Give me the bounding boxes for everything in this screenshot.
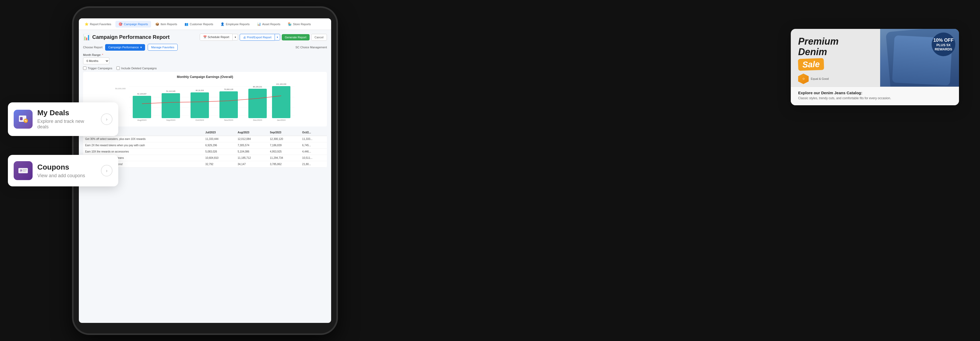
chart-area: 50,000,000 62,134,837 51,110,345 xyxy=(86,81,324,124)
svg-rect-31 xyxy=(22,171,26,171)
svg-text:Jan/2024: Jan/2024 xyxy=(277,119,286,121)
row-oct: 21,80... xyxy=(300,161,327,168)
deals-icon-box: % xyxy=(14,110,33,128)
deals-card-title: My Deals xyxy=(37,109,96,117)
row-name: Get 30% off select sweaters, plus earn 1… xyxy=(83,136,203,142)
row-name: Earn 2X the reward tokens when you pay w… xyxy=(83,142,203,149)
deals-icon: % xyxy=(18,113,29,125)
svg-text:Dec/2023: Dec/2023 xyxy=(253,119,262,121)
row-aug: 5,104,086 xyxy=(235,149,268,155)
tab-campaign-reports[interactable]: 🎯 Campaign Reports xyxy=(115,21,151,28)
month-range-label: Month Range: * xyxy=(83,53,327,56)
generate-report-button[interactable]: Generate Report xyxy=(282,34,310,40)
svg-text:101,100,200: 101,100,200 xyxy=(276,83,286,85)
logo-text: Equal & Good xyxy=(811,77,829,81)
store-reports-icon: 🏪 xyxy=(288,22,292,26)
coupons-card-title: Coupons xyxy=(37,163,96,171)
employee-reports-icon: 👤 xyxy=(221,22,224,26)
discount-badge: 10% OFF PLUS 5X REWARDS xyxy=(932,33,955,56)
table-row: Get 30% off select sweaters, plus earn 1… xyxy=(83,136,327,142)
svg-text:Sep/2023: Sep/2023 xyxy=(166,119,175,121)
svg-rect-13 xyxy=(248,89,267,118)
row-sep: 7,186,839 xyxy=(268,142,300,149)
sale-badge: Sale xyxy=(798,58,824,71)
row-sep: 11,294,734 xyxy=(268,155,300,161)
row-aug: 11,185,712 xyxy=(235,155,268,161)
schedule-report-button[interactable]: 📅 Schedule Report xyxy=(200,33,232,41)
schedule-report-caret[interactable]: ▾ xyxy=(232,34,238,40)
report-header: 📊 Campaign Performance Report 📅 Schedule… xyxy=(83,33,327,41)
coupons-card-arrow[interactable]: › xyxy=(101,165,113,176)
table-row: 10% off and 5X rewards on jeans 10,604,8… xyxy=(83,155,327,161)
choose-report-label: Choose Report xyxy=(83,46,102,49)
print-export-button[interactable]: 🖨 Print/Export Report xyxy=(240,34,275,41)
row-jul: 6,929,296 xyxy=(203,142,235,149)
tab-store-reports[interactable]: 🏪 Store Reports xyxy=(285,21,314,28)
svg-rect-5 xyxy=(133,96,151,118)
ad-text-area: Premium Denim Sale ⬡ Equal & Good xyxy=(798,36,951,84)
row-oct: 6,745... xyxy=(300,142,327,149)
month-range-row: Month Range: * 1 Month 3 Months 6 Months… xyxy=(83,53,327,64)
header-actions: 📅 Schedule Report ▾ 🖨 Print/Export Repor… xyxy=(200,33,327,41)
svg-text:%: % xyxy=(20,170,22,172)
print-export-split: 🖨 Print/Export Report ▾ xyxy=(240,34,280,41)
tab-report-favorites[interactable]: ⭐ Report Favorites xyxy=(81,21,114,28)
controls-row: Choose Report Campaign Performance ▾ Man… xyxy=(83,44,327,51)
row-oct: 10,511... xyxy=(300,155,327,161)
table-row: Reusable Bag 50 FREE Tokens! 32,792 34,1… xyxy=(83,161,327,168)
premium-denim-text: Premium Denim xyxy=(798,36,951,57)
row-jul: 32,792 xyxy=(203,161,235,168)
deals-card-arrow[interactable]: › xyxy=(101,113,113,125)
logo-hex: ⬡ xyxy=(798,73,809,84)
dropdown-arrow-icon: ▾ xyxy=(140,46,142,49)
month-range-select[interactable]: 1 Month 3 Months 6 Months 12 Months xyxy=(83,57,109,64)
report-favorites-icon: ⭐ xyxy=(84,22,89,26)
row-jul: 11,333,444 xyxy=(203,136,235,142)
svg-text:Nov/2023: Nov/2023 xyxy=(224,119,233,121)
coupons-icon-box: % xyxy=(14,161,33,180)
my-deals-card: % My Deals Explore and track new deals › xyxy=(8,102,118,136)
campaign-reports-icon: 🎯 xyxy=(119,22,123,26)
trigger-campaigns-checkbox[interactable]: Trigger Campaigns xyxy=(83,67,112,70)
row-sep: 4,953,925 xyxy=(268,149,300,155)
print-export-caret[interactable]: ▾ xyxy=(275,34,280,40)
manage-favorites-button[interactable]: Manage Favorites xyxy=(148,44,178,51)
checkboxes-row: Trigger Campaigns Include Deleted Campai… xyxy=(83,67,327,70)
ad-card-top: 10% OFF PLUS 5X REWARDS Premium Denim Sa… xyxy=(791,29,959,87)
chart-title: Monthly Campaign Earnings (Overall) xyxy=(86,75,324,79)
row-oct: 4,446... xyxy=(300,149,327,155)
row-sep: 3,785,862 xyxy=(268,161,300,168)
col-sep: Sep/2023 xyxy=(268,129,300,136)
tab-employee-reports[interactable]: 👤 Employee Reports xyxy=(217,21,253,28)
report-title-text: Campaign Performance Report xyxy=(92,34,170,40)
choose-report-dropdown[interactable]: Campaign Performance ▾ xyxy=(105,44,145,51)
tab-item-reports[interactable]: 📦 Item Reports xyxy=(152,21,180,28)
row-aug: 7,305,574 xyxy=(235,142,268,149)
logo-area: ⬡ Equal & Good xyxy=(798,73,951,84)
item-reports-icon: 📦 xyxy=(155,22,159,26)
coupons-card-subtitle: View and add coupons xyxy=(37,173,96,179)
include-deleted-checkbox[interactable]: Include Deleted Campaigns xyxy=(116,67,157,70)
ad-card-bottom: Explore our Denim Jeans Catalog: Classic… xyxy=(791,87,959,105)
row-jul: 10,604,810 xyxy=(203,155,235,161)
row-jul: 5,083,026 xyxy=(203,149,235,155)
row-sep: 12,300,120 xyxy=(268,136,300,142)
tab-asset-reports[interactable]: 📊 Asset Reports xyxy=(254,21,283,28)
row-aug: 34,147 xyxy=(235,161,268,168)
svg-rect-15 xyxy=(272,86,290,118)
svg-text:Oct/2023: Oct/2023 xyxy=(196,119,204,121)
ad-card: 10% OFF PLUS 5X REWARDS Premium Denim Sa… xyxy=(791,29,959,105)
deals-card-text: My Deals Explore and track new deals xyxy=(37,109,96,130)
svg-text:60,19,203: 60,19,203 xyxy=(196,89,204,91)
table-row: Earn 2X the reward tokens when you pay w… xyxy=(83,142,327,149)
tab-customer-reports[interactable]: 👥 Customer Reports xyxy=(181,21,216,28)
svg-rect-7 xyxy=(162,93,180,118)
row-name: Earn 10X the rewards on accessories xyxy=(83,149,203,155)
report-title-area: 📊 Campaign Performance Report xyxy=(83,34,170,41)
col-aug: Aug/2023 xyxy=(235,129,268,136)
schedule-report-split: 📅 Schedule Report ▾ xyxy=(200,33,238,41)
org-label: SC Choice Management xyxy=(295,46,327,49)
coupons-card: % Coupons View and add coupons › xyxy=(8,155,118,186)
customer-reports-icon: 👥 xyxy=(185,22,188,26)
cancel-button[interactable]: Cancel xyxy=(311,34,327,41)
